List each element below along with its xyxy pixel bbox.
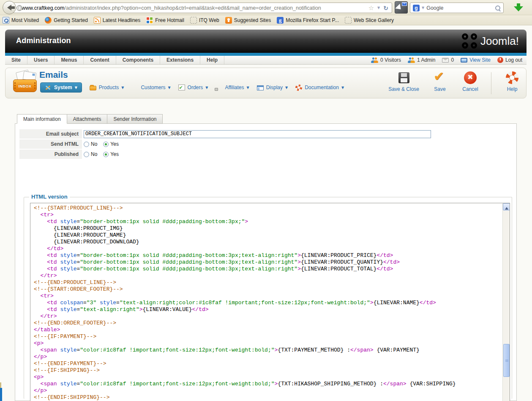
bookmark-label: Suggested Sites (234, 17, 271, 23)
mail-icon (442, 58, 449, 63)
url-bar[interactable]: www.craftkeg.com/administrator/index.php… (10, 3, 392, 13)
menu-item-extensions[interactable]: Extensions (160, 56, 200, 64)
menu-item-components[interactable]: Components (116, 56, 160, 64)
firefox-icon (45, 17, 52, 24)
email-subject-input[interactable] (84, 130, 431, 138)
google-icon (277, 17, 284, 24)
published-no-label: No (91, 151, 97, 157)
hikashop-menu-display[interactable]: Display▼ (257, 85, 288, 90)
back-button[interactable] (3, 1, 16, 14)
messages-status[interactable]: 0 (442, 57, 454, 63)
url-text: www.craftkeg.com/administrator/index.php… (22, 5, 365, 11)
content-panel: Email subject Send HTML No Yes Published… (15, 123, 517, 401)
bookmark-mozilla-firefox-start-p[interactable]: Mozilla Firefox Start P... (277, 17, 339, 24)
edge-fragment-blue (0, 388, 2, 401)
visitors-icon (371, 57, 378, 63)
admin-icon (408, 57, 415, 63)
html-code-editor[interactable]: <!--{START:PRODUCT_LINE}--> <tr> <td sty… (30, 203, 510, 401)
bookmark-free-hotmail[interactable]: Free Hotmail (146, 17, 184, 24)
code-line: <tr> (34, 212, 502, 218)
code-line: <td style="border-bottom:1px solid #ddd;… (34, 218, 502, 225)
toolbar-button-label: Cancel (462, 86, 478, 92)
hikashop-menu-orders[interactable]: Orders▼ (178, 85, 208, 90)
bookmark-star-icon[interactable]: ☆ (368, 4, 374, 12)
hikashop-menu-label: Documentation (305, 85, 339, 90)
folder-icon (90, 86, 96, 90)
code-line: <!--{IF:PAYMENT}--> (34, 333, 502, 340)
save-button[interactable]: Save (430, 71, 450, 92)
send-html-no-radio[interactable] (84, 142, 89, 147)
scroll-up-icon[interactable] (503, 203, 510, 210)
bookmarks-toolbar: Most VisitedGetting StartedLatest Headli… (0, 15, 532, 25)
engine-dropdown-icon[interactable]: ▼ (422, 6, 424, 10)
tab-attachments[interactable]: Attachments (67, 114, 108, 124)
hikashop-menu-system[interactable]: System▼ (40, 82, 82, 93)
menu-item-content[interactable]: Content (84, 56, 116, 64)
hikashop-menu-affiliates[interactable]: Affiliates▼ (216, 85, 249, 90)
check-icon (434, 71, 446, 84)
menu-item-site[interactable]: Site (5, 56, 27, 64)
bookmark-getting-started[interactable]: Getting Started (45, 17, 88, 24)
menu-item-users[interactable]: Users (27, 56, 55, 64)
dashed-icon (190, 17, 197, 24)
person-icon (131, 85, 138, 90)
cancel-icon (464, 71, 477, 84)
url-history-dropdown-icon[interactable]: ▼ (377, 6, 380, 10)
send-html-yes-radio[interactable] (103, 142, 109, 147)
code-editor-content[interactable]: <!--{START:PRODUCT_LINE}--> <tr> <td sty… (30, 203, 502, 401)
editor-scrollbar[interactable] (502, 203, 510, 401)
bookmark-web-slice-gallery[interactable]: Web Slice Gallery (345, 17, 394, 24)
chevron-down-icon: ▼ (168, 86, 170, 90)
code-line: <td colspan="3" style="text-align:right;… (34, 300, 502, 306)
screenshot-extension-icon[interactable] (395, 1, 408, 14)
most-visited-icon (3, 17, 9, 24)
code-line: <!--{IF:SHIPPING}--> (34, 367, 502, 374)
bookmark-most-visited[interactable]: Most Visited (3, 17, 39, 24)
view-site-link[interactable]: View Site (461, 57, 491, 63)
admin-header: Administration Joomla! (5, 30, 527, 53)
code-line: </tr> (34, 313, 502, 320)
reload-icon[interactable]: ↻ (383, 5, 388, 11)
hikashop-menu-products[interactable]: Products▼ (90, 85, 124, 90)
code-line: <td style="border-bottom:1px solid #ddd;… (34, 252, 502, 259)
tab-sender-information[interactable]: Sender Information (107, 114, 163, 124)
msn-icon (146, 17, 153, 24)
display-icon (257, 85, 264, 90)
hikashop-menu-customers[interactable]: Customers▼ (131, 85, 170, 90)
wrench-icon (45, 85, 52, 90)
search-box[interactable]: g ▼ Google (410, 3, 504, 13)
hikashop-menu-documentation[interactable]: Documentation▼ (295, 85, 344, 91)
site-globe-icon (16, 5, 22, 11)
code-line: <!--{END:ORDER_FOOTER}--> (34, 320, 502, 327)
published-no-radio[interactable] (84, 152, 89, 157)
help-button[interactable]: Help (502, 71, 522, 92)
floppy-icon (398, 72, 409, 83)
hikashop-menu: System▼Products▼Customers▼Orders▼Affilia… (40, 82, 344, 93)
code-line: <td style="text-align:right">{LINEVAR:VA… (34, 306, 502, 313)
hikashop-menu-label: Customers (141, 85, 165, 90)
save-close-button[interactable]: Save & Close (388, 71, 419, 92)
admins-status: 1 Admin (408, 57, 435, 63)
bookmark-label: ITQ Web (199, 17, 219, 23)
edge-fragment-tan (0, 382, 1, 388)
downloads-icon[interactable] (514, 3, 523, 12)
bookmark-latest-headlines[interactable]: Latest Headlines (94, 17, 140, 24)
google-engine-icon[interactable]: g (413, 5, 420, 11)
toolbar-button-label: Save & Close (388, 86, 419, 92)
menu-item-menus[interactable]: Menus (55, 56, 84, 64)
menu-item-help[interactable]: Help (200, 56, 224, 64)
logout-link[interactable]: Log out (497, 57, 522, 63)
bookmark-label: Most Visited (11, 17, 39, 23)
tab-main-information[interactable]: Main information (17, 114, 67, 124)
search-icon[interactable] (495, 5, 501, 11)
cancel-button[interactable]: Cancel (461, 71, 480, 92)
bookmark-suggested-sites[interactable]: Suggested Sites (225, 17, 271, 24)
code-line: </tr> (34, 273, 502, 279)
monitor-icon (461, 58, 467, 63)
search-engine-label: Google (426, 5, 493, 11)
chevron-down-icon: ▼ (247, 86, 249, 90)
bookmark-itq-web[interactable]: ITQ Web (190, 17, 219, 24)
code-line: {LINEVAR:PRODUCT_NAME} (34, 232, 502, 239)
scrollbar-thumb[interactable] (503, 344, 510, 377)
published-yes-radio[interactable] (103, 152, 109, 157)
